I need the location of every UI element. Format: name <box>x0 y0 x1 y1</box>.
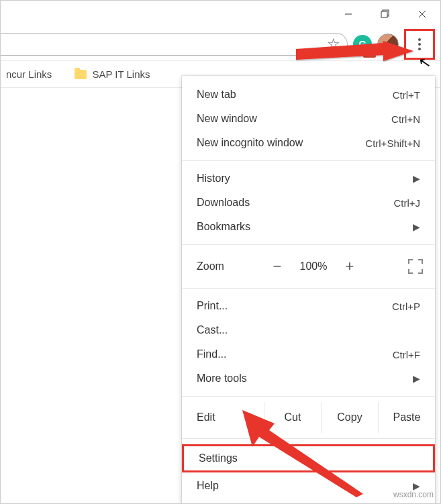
menu-item-history[interactable]: History ▶ <box>182 166 435 191</box>
chevron-right-icon: ▶ <box>413 173 420 184</box>
more-button[interactable] <box>418 36 421 52</box>
vertical-dots-icon <box>418 38 421 41</box>
extension-badge: off <box>363 49 376 58</box>
minimize-button[interactable] <box>330 1 366 28</box>
menu-item-cast[interactable]: Cast... <box>182 318 435 342</box>
menu-item-zoom: Zoom − 100% + <box>182 250 435 283</box>
close-button[interactable] <box>403 1 440 28</box>
menu-shortcut: Ctrl+F <box>360 349 420 360</box>
zoom-in-button[interactable]: + <box>336 258 363 275</box>
menu-shortcut: Ctrl+P <box>360 301 420 312</box>
address-bar[interactable]: ☆ <box>1 33 348 56</box>
menu-label: New incognito window <box>197 137 360 149</box>
zoom-out-button[interactable]: − <box>264 258 291 275</box>
edit-label: Edit <box>197 411 264 423</box>
menu-label: Cast... <box>197 324 360 336</box>
menu-item-new-window[interactable]: New window Ctrl+N <box>182 107 435 131</box>
maximize-button[interactable] <box>366 1 403 28</box>
menu-separator <box>182 160 435 161</box>
menu-shortcut: Ctrl+J <box>360 197 420 209</box>
svg-rect-2 <box>381 11 387 17</box>
bookmark-item[interactable]: SAP IT Links <box>69 64 155 84</box>
attribution-text: wsxdn.com <box>393 490 434 499</box>
menu-label: New window <box>197 113 360 125</box>
menu-item-more-tools[interactable]: More tools ▶ <box>182 366 435 391</box>
profile-avatar[interactable] <box>377 34 399 55</box>
menu-item-new-tab[interactable]: New tab Ctrl+T <box>182 83 435 107</box>
zoom-value: 100% <box>291 260 336 272</box>
menu-item-settings[interactable]: Settings <box>184 446 433 470</box>
bookmark-label: SAP IT Links <box>92 68 150 80</box>
restore-icon <box>381 9 390 19</box>
menu-label: Find... <box>197 348 360 360</box>
menu-item-bookmarks[interactable]: Bookmarks ▶ <box>182 215 435 239</box>
menu-shortcut: Ctrl+T <box>360 89 420 101</box>
menu-item-print[interactable]: Print... Ctrl+P <box>182 294 435 318</box>
menu-separator <box>182 396 435 397</box>
cut-button[interactable]: Cut <box>264 402 321 433</box>
extension-icon[interactable]: G off <box>353 35 372 54</box>
fullscreen-button[interactable] <box>408 259 423 274</box>
menu-label: Help <box>197 480 346 492</box>
menu-item-downloads[interactable]: Downloads Ctrl+J <box>182 191 435 215</box>
chrome-main-menu: New tab Ctrl+T New window Ctrl+N New inc… <box>182 76 435 504</box>
menu-shortcut: Ctrl+N <box>360 113 420 125</box>
close-icon <box>418 10 426 18</box>
menu-separator <box>182 438 435 439</box>
zoom-label: Zoom <box>197 260 264 272</box>
extension-glyph-icon: G <box>358 38 366 50</box>
window-title-bar <box>1 1 440 28</box>
menu-label: Downloads <box>197 197 360 209</box>
menu-item-find[interactable]: Find... Ctrl+F <box>182 342 435 366</box>
bookmark-star-icon[interactable]: ☆ <box>327 36 340 53</box>
browser-toolbar: ☆ G off <box>1 28 440 61</box>
highlight-settings: Settings <box>182 444 435 472</box>
menu-shortcut: Ctrl+Shift+N <box>360 138 420 149</box>
folder-icon <box>75 70 87 79</box>
menu-separator <box>182 244 435 245</box>
chevron-right-icon: ▶ <box>413 373 420 384</box>
menu-label: Bookmarks <box>197 221 346 233</box>
copy-button[interactable]: Copy <box>321 402 378 433</box>
minimize-icon <box>344 10 352 18</box>
bookmark-label: ncur Links <box>6 68 52 80</box>
menu-item-incognito[interactable]: New incognito window Ctrl+Shift+N <box>182 131 435 155</box>
menu-label: New tab <box>197 89 360 101</box>
chevron-right-icon: ▶ <box>413 221 420 232</box>
paste-button[interactable]: Paste <box>378 402 435 433</box>
menu-label: Print... <box>197 300 360 312</box>
bookmark-item[interactable]: ncur Links <box>1 64 57 84</box>
menu-label: History <box>197 172 346 185</box>
menu-separator <box>182 288 435 289</box>
menu-item-edit: Edit Cut Copy Paste <box>182 402 435 433</box>
menu-label: Settings <box>199 452 358 464</box>
menu-label: More tools <box>197 372 346 385</box>
